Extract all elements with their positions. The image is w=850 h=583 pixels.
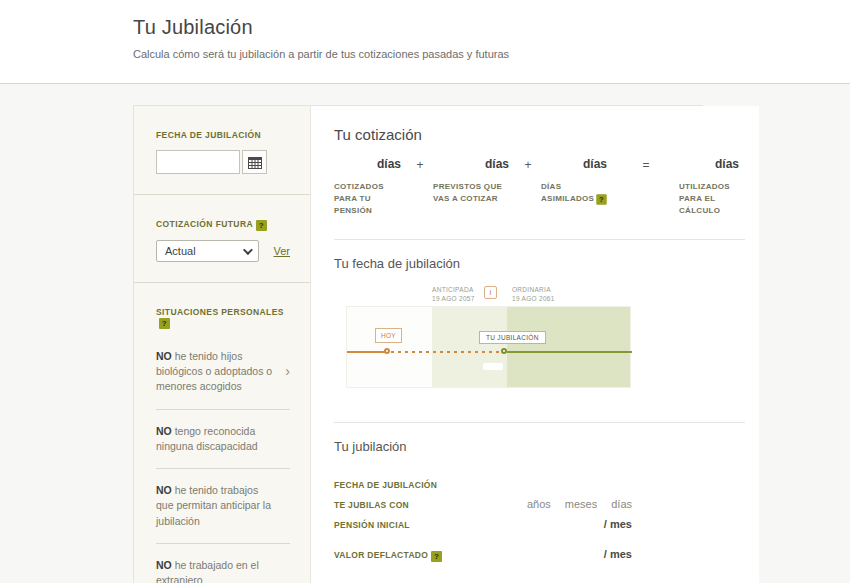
- formula-col-utilizados: días UTILIZADOS PARA EL CÁLCULO: [679, 157, 745, 217]
- help-icon[interactable]: ?: [159, 318, 170, 329]
- timeline-drag-handle[interactable]: [483, 363, 503, 370]
- plus-operator: +: [515, 157, 541, 175]
- calendar-button[interactable]: [242, 150, 267, 174]
- formula-col-cotizados: días COTIZADOS PARA TU PENSIÓN: [334, 157, 407, 217]
- row-fecha-jubilacion: FECHA DE JUBILACIÓN: [334, 476, 632, 494]
- formula-col-asimilados: días DÍAS ASIMILADOS?: [541, 157, 613, 217]
- page-title: Tu Jubilación: [133, 16, 850, 39]
- chevron-down-icon: [243, 245, 253, 255]
- hoy-tag: HOY: [375, 328, 402, 343]
- row-te-jubilas-con: TE JUBILAS CON añosmesesdías: [334, 494, 632, 514]
- cotizacion-title: Tu cotización: [334, 126, 745, 143]
- main-panel: Tu cotización días COTIZADOS PARA TU PEN…: [311, 106, 759, 583]
- retirement-marker[interactable]: [501, 348, 507, 354]
- timeline-zone-anticipada: [432, 307, 507, 387]
- cotizacion-futura-label: COTIZACIÓN FUTURA: [156, 219, 253, 229]
- timeline-zone-past: [347, 307, 432, 387]
- timeline-title: Tu fecha de jubilación: [334, 256, 745, 271]
- fecha-jubilacion-label: FECHA DE JUBILACIÓN: [156, 130, 290, 140]
- timeline-chart: HOY TU JUBILACIÓN: [346, 306, 631, 388]
- today-marker: [384, 348, 390, 354]
- list-item-discapacidad[interactable]: NO tengo reconocida ninguna discapacidad: [156, 409, 290, 468]
- ordinaria-label: ORDINARIA 19 AGO 2061: [512, 285, 555, 303]
- help-icon[interactable]: ?: [256, 220, 267, 231]
- chevron-right-icon[interactable]: ›: [285, 361, 290, 381]
- tu-jubilacion-tag: TU JUBILACIÓN: [479, 331, 546, 344]
- cotizacion-futura-section: COTIZACIÓN FUTURA? Actual Ver: [134, 194, 310, 282]
- cotizacion-formula: días COTIZADOS PARA TU PENSIÓN + días PR…: [334, 157, 745, 217]
- formula-col-previstos: días PREVISTOS QUE VAS A COTIZAR: [433, 157, 515, 217]
- situaciones-list: NO he tenido hijos biológicos o adoptado…: [156, 335, 290, 583]
- cotizacion-futura-select[interactable]: Actual: [156, 240, 259, 262]
- fecha-jubilacion-input[interactable]: [156, 150, 240, 174]
- page-header: Tu Jubilación Calcula cómo será tu jubil…: [0, 0, 850, 84]
- timeline-past-line: [347, 351, 385, 353]
- row-pension-inicial: PENSIÓN INICIAL / mes: [334, 514, 632, 534]
- page-subtitle: Calcula cómo será tu jubilación a partir…: [133, 48, 850, 60]
- calculator-card: FECHA DE JUBILACIÓN: [133, 105, 703, 583]
- ver-link[interactable]: Ver: [273, 245, 290, 257]
- timeline-future-dotted-line: [391, 351, 499, 353]
- timeline-after-retirement-line: [507, 351, 632, 353]
- equals-operator: =: [613, 157, 679, 175]
- plus-operator: +: [407, 157, 433, 175]
- retirement-timeline: ANTICIPADA 19 AGO 2057 i ORDINARIA 19 AG…: [346, 285, 745, 388]
- jubilacion-title: Tu jubilación: [334, 439, 745, 454]
- help-icon[interactable]: ?: [597, 194, 607, 204]
- anticipada-label: ANTICIPADA 19 AGO 2057: [432, 285, 475, 303]
- list-item-trabajos-anticipar[interactable]: NO he tenido trabajos que permitan antic…: [156, 468, 290, 543]
- list-item-extranjero[interactable]: NO he trabajado en el extranjero: [156, 543, 290, 583]
- help-icon[interactable]: ?: [431, 551, 442, 562]
- timeline-zone-ordinaria: [507, 307, 630, 387]
- situaciones-section: SITUACIONES PERSONALES? NO he tenido hij…: [134, 282, 310, 583]
- cotizacion-futura-selected: Actual: [165, 245, 196, 257]
- age-units: añosmesesdías: [513, 498, 632, 510]
- row-valor-deflactado: VALOR DEFLACTADO? / mes: [334, 544, 632, 566]
- jubilacion-results: FECHA DE JUBILACIÓN TE JUBILAS CON añosm…: [334, 476, 632, 566]
- list-item-hijos[interactable]: NO he tenido hijos biológicos o adoptado…: [156, 335, 290, 409]
- info-icon[interactable]: i: [484, 286, 497, 299]
- calendar-icon: [248, 156, 262, 169]
- situaciones-label: SITUACIONES PERSONALES: [156, 307, 284, 317]
- fecha-jubilacion-section: FECHA DE JUBILACIÓN: [134, 106, 310, 194]
- sidebar: FECHA DE JUBILACIÓN: [134, 106, 311, 583]
